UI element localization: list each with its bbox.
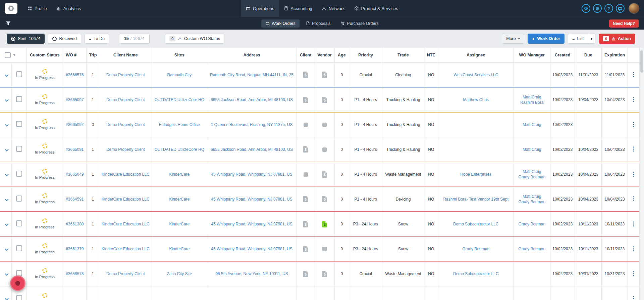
vertical-scrollbar[interactable] bbox=[639, 48, 644, 300]
client-name-link[interactable]: Demo Property Client bbox=[106, 147, 145, 152]
row-expand-chevron-icon[interactable] bbox=[5, 147, 9, 151]
chat-icon[interactable] bbox=[616, 4, 625, 13]
address-link[interactable]: 45 Whippany Road, Whippany, NJ 07981, US bbox=[211, 222, 292, 226]
vendor-invoice-icon[interactable] bbox=[322, 271, 327, 277]
row-menu-kebab-icon[interactable]: ⋮ bbox=[631, 270, 636, 277]
address-link[interactable]: 45 Whippany Road, Whippany, NJ 07981, US bbox=[211, 247, 292, 251]
row-checkbox[interactable] bbox=[16, 196, 22, 202]
row-expand-chevron-icon[interactable] bbox=[5, 172, 9, 176]
client-invoice-icon[interactable] bbox=[304, 172, 308, 177]
column-header[interactable]: Trade bbox=[382, 48, 424, 62]
user-avatar[interactable] bbox=[629, 3, 639, 14]
site-link[interactable]: KinderCare bbox=[169, 172, 190, 177]
vendor-invoice-icon[interactable] bbox=[322, 221, 327, 227]
assignee-link[interactable]: Matthew Chris bbox=[463, 97, 489, 102]
address-link[interactable]: 1 Queens Boulevard, Flushing, NY 11375, … bbox=[211, 122, 293, 127]
tab-proposals[interactable]: Proposals bbox=[302, 19, 335, 28]
client-name-link[interactable]: KinderCare Education LLC bbox=[102, 222, 150, 226]
client-name-link[interactable]: Demo Property Client bbox=[106, 73, 145, 77]
row-expand-chevron-icon[interactable] bbox=[5, 73, 9, 77]
address-link[interactable]: 45 Whippany Road, Whippany, NJ 07981, US bbox=[211, 197, 292, 202]
row-menu-kebab-icon[interactable]: ⋮ bbox=[631, 71, 636, 78]
wo-manager-link[interactable]: Matt Craig bbox=[523, 122, 541, 127]
scrollbar-thumb[interactable] bbox=[640, 50, 643, 73]
column-header[interactable]: Client bbox=[297, 48, 315, 62]
address-link[interactable]: 6655 Jackson Road, Ann Arbor, MI 48103, … bbox=[211, 147, 293, 152]
need-help-button[interactable]: Need Help? bbox=[609, 19, 639, 28]
row-menu-kebab-icon[interactable]: ⋮ bbox=[631, 246, 636, 252]
client-name-link[interactable]: Demo Property Client bbox=[106, 122, 145, 127]
assignee-link[interactable]: WestCoast Services LLC bbox=[453, 73, 498, 77]
column-header[interactable]: NTE bbox=[424, 48, 438, 62]
wo-number-link[interactable]: #3665092 bbox=[66, 122, 84, 127]
row-expand-chevron-icon[interactable] bbox=[5, 197, 9, 201]
todo-filter-button[interactable]: ≡ To Do bbox=[85, 34, 109, 44]
client-invoice-icon[interactable] bbox=[303, 196, 308, 202]
client-name-link[interactable]: KinderCare Education LLC bbox=[102, 247, 150, 251]
wo-manager-link[interactable]: Matt Craig Grady Boeman bbox=[518, 169, 545, 179]
list-view-button[interactable]: ≡ List bbox=[568, 34, 588, 43]
column-header[interactable]: Custom Status bbox=[26, 48, 63, 62]
wo-number-link[interactable]: #3666576 bbox=[66, 73, 84, 77]
nav-item-operations[interactable]: Operations bbox=[241, 0, 279, 17]
site-link[interactable]: Zach City Site bbox=[167, 271, 192, 276]
select-all-checkbox[interactable] bbox=[5, 52, 11, 58]
tab-purchase-orders[interactable]: Purchase Orders bbox=[336, 19, 382, 28]
row-checkbox[interactable] bbox=[16, 295, 22, 300]
row-expand-chevron-icon[interactable] bbox=[5, 297, 9, 300]
assignee-link[interactable]: Demo Subcontractor LLC bbox=[453, 222, 498, 226]
client-invoice-icon[interactable] bbox=[303, 271, 308, 277]
wo-number-link[interactable]: #3665049 bbox=[66, 172, 84, 177]
site-link[interactable]: KinderCare bbox=[169, 222, 190, 226]
action-button[interactable]: 0 ⚠ Action bbox=[599, 34, 635, 44]
column-header[interactable]: Assignee bbox=[438, 48, 514, 62]
wo-manager-link[interactable]: Grady Boeman bbox=[518, 247, 545, 251]
row-expand-chevron-icon[interactable] bbox=[5, 98, 9, 101]
vendor-invoice-icon[interactable] bbox=[322, 247, 327, 251]
client-name-link[interactable]: Demo Property Client bbox=[106, 97, 145, 102]
client-name-link[interactable]: Demo Property Client bbox=[106, 271, 145, 276]
row-checkbox[interactable] bbox=[16, 96, 22, 102]
address-link[interactable]: Ramnath City Road, Nagpur, MH 44111, IN,… bbox=[210, 73, 293, 77]
column-header[interactable]: Client Name bbox=[99, 48, 152, 62]
sent-filter-button[interactable]: Sent 10674 bbox=[7, 34, 45, 44]
row-menu-kebab-icon[interactable]: ⋮ bbox=[631, 295, 636, 300]
row-menu-kebab-icon[interactable]: ⋮ bbox=[631, 196, 636, 202]
help-icon[interactable]: ? bbox=[604, 4, 613, 13]
wo-number-link[interactable]: #3665091 bbox=[66, 147, 84, 152]
row-menu-kebab-icon[interactable]: ⋮ bbox=[631, 146, 636, 152]
view-switcher-caret[interactable]: ▾ bbox=[588, 34, 595, 43]
vendor-invoice-icon[interactable] bbox=[322, 97, 327, 103]
wo-manager-link[interactable]: Matt Craig Grady Boeman bbox=[518, 194, 545, 204]
row-menu-kebab-icon[interactable]: ⋮ bbox=[631, 121, 636, 128]
wo-number-link[interactable]: #3664591 bbox=[66, 197, 84, 202]
row-expand-chevron-icon[interactable] bbox=[5, 222, 9, 226]
nav-item-analytics[interactable]: Analytics bbox=[52, 0, 86, 17]
client-invoice-icon[interactable] bbox=[303, 146, 308, 153]
assignee-link[interactable]: Rashmi Bora- Test Vendor 19th Sept bbox=[443, 197, 508, 202]
client-name-link[interactable]: KinderCare Education LLC bbox=[102, 172, 150, 177]
column-header[interactable]: Age bbox=[334, 48, 349, 62]
client-invoice-icon[interactable] bbox=[303, 221, 308, 227]
address-link[interactable]: 45 Whippany Road, Whippany, NJ 07981, US bbox=[211, 172, 292, 177]
tab-work-orders[interactable]: Work Orders bbox=[261, 19, 300, 28]
custom-wo-status-button[interactable]: 0 ⚠ Custom WO Status bbox=[165, 34, 224, 44]
pagination-display[interactable]: 15 / 10674 bbox=[119, 34, 150, 44]
column-header[interactable]: Vendor bbox=[315, 48, 334, 62]
assignee-link[interactable]: Grady Boeman bbox=[462, 247, 489, 251]
row-checkbox[interactable] bbox=[16, 220, 22, 226]
select-menu-caret-icon[interactable]: ▾ bbox=[13, 53, 15, 57]
client-invoice-icon[interactable] bbox=[303, 246, 308, 252]
wo-manager-link[interactable]: Grady Boeman bbox=[518, 222, 545, 226]
vendor-invoice-icon[interactable] bbox=[322, 171, 327, 178]
row-checkbox[interactable] bbox=[16, 171, 22, 177]
row-expand-chevron-icon[interactable] bbox=[5, 247, 9, 251]
column-header[interactable]: Created bbox=[550, 48, 575, 62]
assignee-link[interactable]: Demo Subcontractor LLC bbox=[453, 271, 498, 276]
nav-item-network[interactable]: Network bbox=[317, 0, 350, 17]
row-expand-chevron-icon[interactable] bbox=[5, 272, 9, 275]
brand-logo[interactable] bbox=[5, 3, 17, 14]
support-icon[interactable] bbox=[582, 4, 590, 13]
row-expand-chevron-icon[interactable] bbox=[5, 123, 9, 126]
site-link[interactable]: KinderCare bbox=[169, 247, 190, 251]
